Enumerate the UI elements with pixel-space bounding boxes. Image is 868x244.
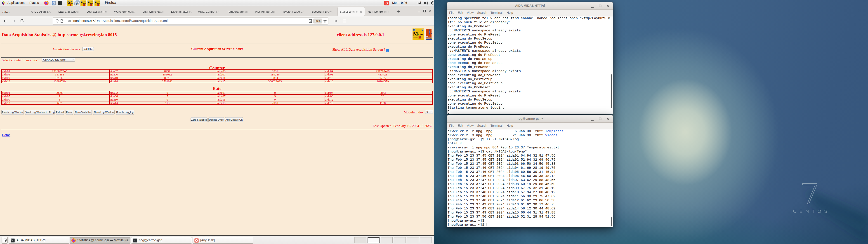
svg-text:TCL: TCL (426, 35, 430, 37)
svg-text:powered by: powered by (413, 37, 418, 38)
svg-text:M: M (413, 31, 418, 37)
svg-text:MIDAS: MIDAS (419, 38, 421, 39)
svg-text:idas: idas (418, 32, 423, 36)
svg-text:?: ? (421, 1, 421, 3)
svg-text:CENTOS: CENTOS (793, 209, 830, 214)
svg-text:POWERED: POWERED (426, 38, 432, 39)
